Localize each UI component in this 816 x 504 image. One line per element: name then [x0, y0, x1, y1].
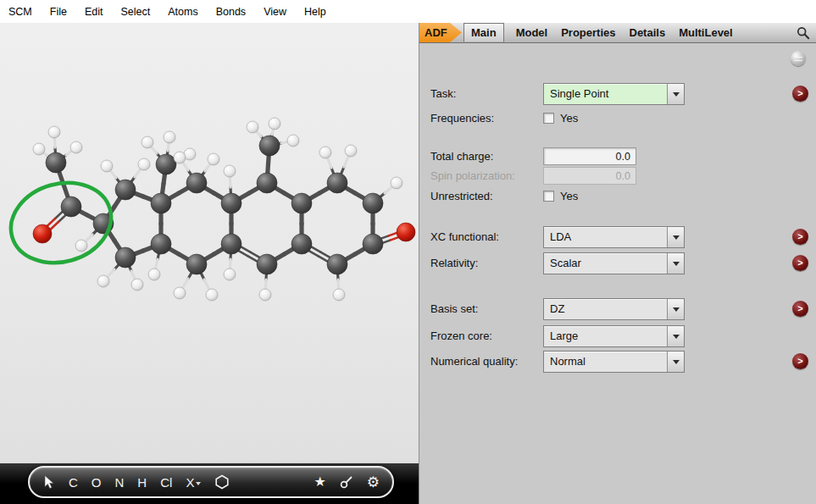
numerical-quality-dropdown[interactable]: Normal [543, 351, 685, 373]
toolbar-left-group: CONHCl X [42, 474, 230, 490]
menu-item-scm[interactable]: SCM [8, 6, 32, 18]
relativity-row: Relativity: Scalar [419, 252, 816, 274]
relativity-label: Relativity: [430, 252, 478, 274]
panel-tab-bar: ADF MainModelPropertiesDetailsMultiLevel [419, 23, 816, 43]
adf-engine-tab[interactable]: ADF [419, 23, 462, 42]
triangle-down-icon [673, 360, 680, 364]
triangle-down-icon [673, 307, 680, 312]
basis-set-dropdown[interactable]: DZ [543, 298, 685, 320]
numerical-quality-label: Numerical quality: [430, 351, 518, 373]
xc-functional-value: LDA [544, 227, 667, 247]
triangle-down-icon [673, 235, 680, 240]
unrestricted-row: Unrestricted: Yes [419, 186, 816, 208]
frequencies-checkbox[interactable] [543, 113, 554, 124]
menu-item-select[interactable]: Select [120, 6, 150, 18]
total-charge-input[interactable] [543, 147, 636, 165]
menu-item-edit[interactable]: Edit [85, 6, 103, 18]
search-structure-icon[interactable] [340, 475, 353, 489]
element-button-n[interactable]: N [115, 476, 125, 489]
element-picker-x-button[interactable]: X [186, 476, 201, 489]
basis-set-label: Basis set: [430, 298, 478, 320]
total-charge-label: Total charge: [430, 147, 493, 165]
element-button-o[interactable]: O [92, 476, 102, 489]
tab-details[interactable]: Details [623, 23, 673, 42]
tab-properties[interactable]: Properties [554, 23, 622, 42]
builder-toolbar: CONHCl X [28, 466, 394, 498]
xc-functional-detail-button[interactable] [792, 229, 808, 245]
element-button-h[interactable]: H [137, 476, 147, 489]
numerical-quality-value: Normal [544, 352, 667, 372]
frozen-core-value: Large [544, 326, 667, 346]
frequencies-row: Frequencies: Yes [419, 108, 816, 130]
menu-item-help[interactable]: Help [304, 6, 326, 18]
dropdown-arrow-icon[interactable] [667, 299, 684, 319]
element-button-c[interactable]: C [69, 476, 78, 489]
task-dropdown[interactable]: Single Point [543, 83, 685, 105]
numerical-quality-detail-button[interactable] [792, 353, 808, 369]
spin-polarization-input [543, 167, 636, 185]
xc-functional-row: XC functional: LDA [419, 226, 816, 248]
basis-set-detail-button[interactable] [792, 301, 808, 317]
relativity-detail-button[interactable] [792, 255, 808, 271]
molecule-3d-view[interactable] [0, 23, 419, 463]
dropdown-arrow-icon[interactable] [667, 326, 684, 346]
spin-polarization-label: Spin polarization: [430, 167, 515, 185]
menu-item-bonds[interactable]: Bonds [216, 6, 246, 18]
unrestricted-checkbox[interactable] [543, 191, 554, 202]
task-value: Single Point [544, 84, 667, 104]
toolbar-right-group [314, 475, 380, 490]
molecule-atoms [33, 118, 415, 301]
cursor-tool-icon[interactable] [42, 475, 55, 490]
menu-bar: SCMFileEditSelectAtomsBondsViewHelp [0, 0, 816, 23]
dropdown-arrow-icon[interactable] [667, 253, 684, 274]
dropdown-arrow-icon[interactable] [667, 227, 684, 247]
xc-functional-dropdown[interactable]: LDA [543, 226, 685, 248]
menu-item-view[interactable]: View [264, 6, 286, 18]
structures-star-icon[interactable] [314, 475, 325, 489]
panel-options-icon[interactable] [791, 51, 806, 66]
settings-gear-icon[interactable] [367, 475, 380, 490]
molecule-viewer[interactable]: CONHCl X [0, 23, 419, 504]
unrestricted-checkbox-label: Yes [560, 186, 578, 208]
frozen-core-label: Frozen core: [430, 325, 492, 347]
main-panel-form: Task: Single Point Frequencies: Yes Tota… [419, 43, 816, 504]
relativity-value: Scalar [544, 253, 667, 274]
menu-item-atoms[interactable]: Atoms [168, 6, 197, 18]
search-icon[interactable] [797, 26, 810, 40]
toolbar-band: CONHCl X [0, 463, 419, 504]
relativity-dropdown[interactable]: Scalar [543, 252, 685, 274]
tab-main[interactable]: Main [464, 23, 504, 42]
tab-multilevel[interactable]: MultiLevel [672, 23, 740, 42]
spin-polarization-row: Spin polarization: [419, 167, 816, 185]
frequencies-label: Frequencies: [430, 108, 494, 130]
task-row: Task: Single Point [419, 83, 816, 105]
triangle-down-icon [673, 92, 680, 97]
basis-set-value: DZ [544, 299, 667, 319]
panel-tabs: MainModelPropertiesDetailsMultiLevel [464, 23, 740, 42]
element-button-cl[interactable]: Cl [160, 476, 172, 489]
xc-functional-label: XC functional: [430, 226, 499, 248]
total-charge-row: Total charge: [419, 147, 816, 165]
frozen-core-dropdown[interactable]: Large [543, 325, 685, 347]
frequencies-checkbox-label: Yes [560, 108, 578, 130]
numerical-quality-row: Numerical quality: Normal [419, 351, 816, 373]
frozen-core-row: Frozen core: Large [419, 325, 816, 347]
chevron-down-icon [196, 482, 201, 485]
tab-model[interactable]: Model [509, 23, 555, 42]
ring-tool-icon[interactable] [214, 474, 230, 490]
triangle-down-icon [673, 262, 680, 266]
input-panel: ADF MainModelPropertiesDetailsMultiLevel… [419, 23, 816, 504]
element-picker-x-label: X [186, 476, 194, 489]
unrestricted-label: Unrestricted: [430, 186, 493, 208]
basis-set-row: Basis set: DZ [419, 298, 816, 320]
adfinput-window: SCMFileEditSelectAtomsBondsViewHelp [0, 0, 816, 504]
menu-item-file[interactable]: File [50, 6, 67, 18]
dropdown-arrow-icon[interactable] [667, 352, 684, 372]
task-label: Task: [430, 83, 456, 105]
element-buttons: CONHCl [69, 476, 172, 489]
triangle-down-icon [673, 335, 680, 339]
task-detail-button[interactable] [792, 86, 808, 102]
dropdown-arrow-icon[interactable] [667, 84, 684, 104]
